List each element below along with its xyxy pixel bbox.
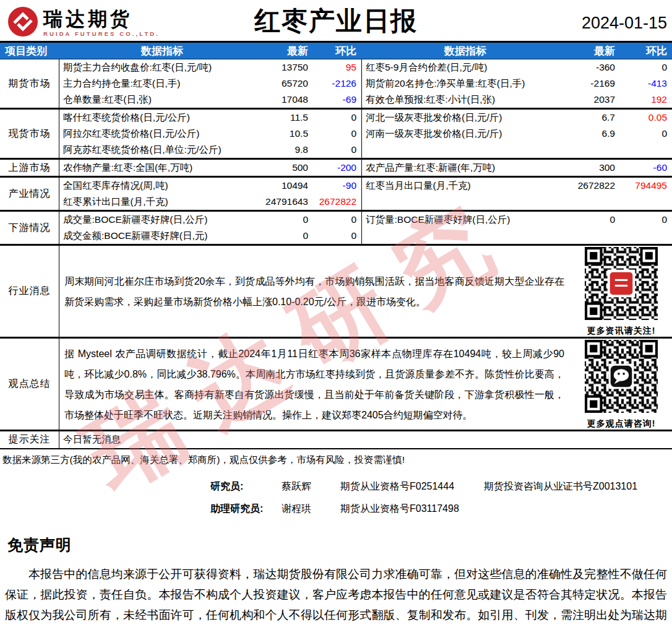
category-cell: 观点总结: [0, 339, 59, 430]
chain-right: 794495: [621, 180, 672, 191]
chain-left: -69: [314, 94, 361, 105]
section-notice: 提示关注 今日暂无消息: [0, 431, 672, 449]
indicator-left: 喀什红枣统货价格(日,元/公斤): [59, 111, 265, 124]
chain-left: 0: [314, 230, 361, 241]
disclaimer-body: 本报告中的信息均来源于公开可获得资料，瑞达期货股份有限公司力求准确可靠，但对这些…: [5, 564, 667, 627]
latest-left: 10494: [265, 180, 314, 191]
assistant-name: 谢程珙: [282, 503, 340, 516]
col-category: 项目类别: [0, 44, 59, 58]
latest-right: -2169: [569, 78, 621, 89]
col-chain-right: 环比: [621, 44, 672, 58]
table-row: 全国红枣库存情况(周,吨) 10494 -90 红枣当月出口量(月,千克) 26…: [59, 178, 672, 194]
table-row: 阿拉尔红枣统货价格(日,元/公斤) 10.5 0 河南一级灰枣批发价格(日,元/…: [59, 126, 672, 142]
indicator-left: 红枣累计出口量(月,千克): [59, 196, 265, 209]
table-header-row: 项目类别 数据指标 最新 环比 数据指标 最新 环比: [0, 41, 672, 59]
indicator-left: 全国红枣库存情况(周,吨): [59, 179, 265, 192]
indicator-right: [361, 142, 569, 158]
indicator-right: 河北一级灰枣批发价格(日,元/斤): [361, 110, 569, 126]
latest-left: 13750: [265, 62, 314, 73]
table-row: 仓单数量:红枣(日,张) 17048 -69 有效仓单预报:红枣:小计(日,张)…: [59, 92, 672, 108]
industry-news-text: 周末期间河北崔尔庄市场到货20余车，到货成品等外均有，市场购销氛围活跃，据当地客…: [63, 271, 574, 312]
table-row: 农作物产量:红枣:全国(年,万吨) 500 -200 农产品产量:红枣:新疆(年…: [59, 160, 672, 176]
col-latest-left: 最新: [265, 44, 314, 58]
table-row: 期货主力合约收盘价:红枣(日,元/吨) 13750 95 红枣5-9月合约价差(…: [59, 59, 672, 76]
chain-right: 0: [621, 128, 672, 139]
chain-right: 0: [621, 62, 672, 73]
indicator-left: 农作物产量:红枣:全国(年,万吨): [59, 162, 265, 175]
table-group-futures: 期货市场 期货主力合约收盘价:红枣(日,元/吨) 13750 95 红枣5-9月…: [0, 59, 672, 110]
chain-right: -60: [621, 162, 672, 173]
researcher-cert2: 期货投资咨询从业证书号Z0013101: [484, 480, 672, 493]
latest-right: 2037: [569, 94, 621, 105]
report-page: 瑞达研究 瑞达期货 RUIDA FUTURES CO.,LTD. 红枣产业日报 …: [0, 0, 672, 627]
category-cell: 期货市场: [0, 59, 59, 108]
indicator-left: 成交金额:BOCE新疆枣好牌(日,元): [59, 230, 265, 243]
table-row: 喀什红枣统货价格(日,元/公斤) 11.5 0 河北一级灰枣批发价格(日,元/斤…: [59, 110, 672, 126]
latest-left: 9.8: [265, 144, 314, 155]
table-group-industry: 产业情况 全国红枣库存情况(周,吨) 10494 -90 红枣当月出口量(月,千…: [0, 178, 672, 212]
latest-right: 2672822: [569, 180, 621, 191]
table-row: 成交金额:BOCE新疆枣好牌(日,元) 0 0: [59, 228, 672, 244]
col-indicator-right: 数据指标: [361, 44, 569, 58]
latest-right: -360: [569, 62, 621, 73]
disclaimer-title: 免责声明: [7, 535, 672, 555]
indicator-left: 仓单数量:红枣(日,张): [59, 93, 265, 106]
qr-code-wechat-icon: [584, 339, 659, 417]
category-cell: 下游情况: [0, 212, 59, 244]
col-indicator-left: 数据指标: [59, 44, 265, 58]
assistant-cert: 期货从业资格号F03117498: [340, 503, 484, 516]
category-cell: 产业情况: [0, 178, 59, 210]
latest-left: 17048: [265, 94, 314, 105]
table-row: 阿克苏红枣统货价格(日,单位:元/公斤) 9.8 0: [59, 142, 672, 158]
latest-left: 0: [265, 230, 314, 241]
report-header: 瑞达期货 RUIDA FUTURES CO.,LTD. 红枣产业日报 2024-…: [0, 0, 672, 41]
chain-left: -200: [314, 162, 361, 173]
disclaimer-section: 免责声明 本报告中的信息均来源于公开可获得资料，瑞达期货股份有限公司力求准确可靠…: [0, 535, 672, 627]
summary-text: 据 Mysteel 农产品调研数据统计，截止2024年1月11日红枣本周36家样…: [63, 344, 574, 425]
indicator-right: 订货量:BOCE新疆枣好牌(日,公斤): [361, 212, 569, 228]
indicator-right: [361, 194, 569, 210]
table-group-spot: 现货市场 喀什红枣统货价格(日,元/公斤) 11.5 0 河北一级灰枣批发价格(…: [0, 110, 672, 160]
researcher-cert: 期货从业资格号F0251444: [340, 480, 484, 493]
chain-left: 95: [314, 62, 361, 73]
indicator-left: 主力合约持仓量:红枣(日,手): [59, 77, 265, 90]
indicator-right: 红枣当月出口量(月,千克): [361, 178, 569, 194]
latest-right: 300: [569, 162, 621, 173]
chain-right: 192: [621, 94, 672, 105]
latest-left: 11.5: [265, 112, 314, 123]
chain-left: -2126: [314, 78, 361, 89]
researchers-block: 研究员: 蔡跃辉 期货从业资格号F0251444 期货投资咨询从业证书号Z001…: [210, 475, 672, 520]
latest-right: 0: [569, 214, 621, 225]
category-cell: 现货市场: [0, 110, 59, 158]
latest-left: 500: [265, 162, 314, 173]
table-row: 红枣累计出口量(月,千克) 24791643 2672822: [59, 194, 672, 210]
chain-left: -90: [314, 180, 361, 191]
chain-right: 0: [621, 214, 672, 225]
latest-left: 24791643: [265, 196, 314, 207]
chain-right: 0.05: [621, 112, 672, 123]
qr-code-icon: [584, 246, 659, 324]
notice-text: 今日暂无消息: [59, 431, 672, 448]
qr-caption: 更多资讯请关注!: [587, 326, 656, 337]
indicator-right: 有效仓单预报:红枣:小计(日,张): [361, 92, 569, 108]
table-group-upstream: 上游市场 农作物产量:红枣:全国(年,万吨) 500 -200 农产品产量:红枣…: [0, 160, 672, 178]
table-group-downstream: 下游情况 成交量:BOCE新疆枣好牌(日,公斤) 0 0 订货量:BOCE新疆枣…: [0, 212, 672, 246]
chain-left: 0: [314, 112, 361, 123]
indicator-right: [361, 228, 569, 244]
col-latest-right: 最新: [569, 44, 621, 58]
category-cell: 提示关注: [0, 431, 59, 448]
chain-left: 2672822: [314, 196, 361, 207]
latest-left: 10.5: [265, 128, 314, 139]
table-row: 主力合约持仓量:红枣(日,手) 65720 -2126 期货前20名持仓:净买单…: [59, 76, 672, 92]
source-note: 数据来源第三方(我的农产品网、海关总署、郑商所)，观点仅供参考，市场有风险，投资…: [0, 449, 672, 469]
chain-right: -413: [621, 78, 672, 89]
chain-left: 0: [314, 144, 361, 155]
researcher-label: 研究员:: [210, 480, 282, 493]
latest-right: 6.9: [569, 128, 621, 139]
page-title: 红枣产业日报: [0, 4, 672, 38]
category-cell: 行业消息: [0, 246, 59, 337]
indicator-left: 成交量:BOCE新疆枣好牌(日,公斤): [59, 214, 265, 227]
assistant-row: 助理研究员: 谢程珙 期货从业资格号F03117498: [210, 498, 672, 520]
chain-left: 0: [314, 128, 361, 139]
researcher-row: 研究员: 蔡跃辉 期货从业资格号F0251444 期货投资咨询从业证书号Z001…: [210, 475, 672, 498]
